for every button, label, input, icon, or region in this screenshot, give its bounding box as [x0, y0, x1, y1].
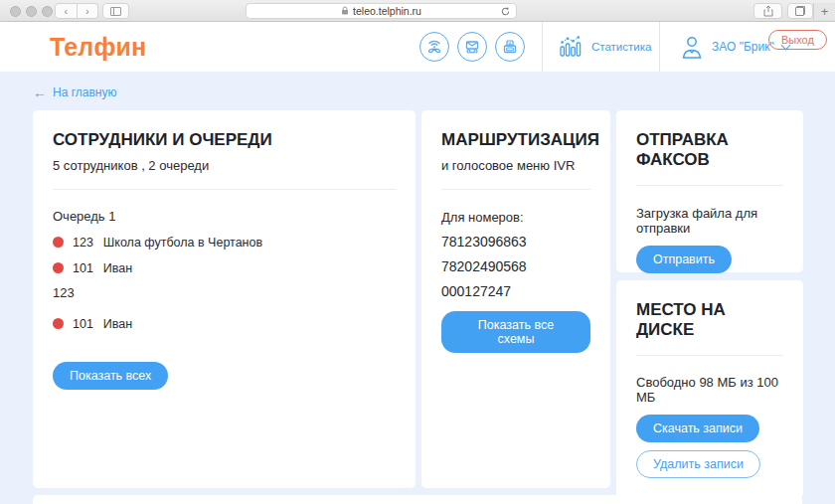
- reload-icon[interactable]: [500, 6, 511, 19]
- account-name: ЗАО "Брик": [712, 40, 774, 54]
- statistics-chart-icon: [558, 34, 584, 60]
- routing-title: МАРШРУТИЗАЦИЯ: [441, 130, 590, 150]
- fax-card: ОТПРАВКА ФАКСОВ Загрузка файла для отпра…: [616, 110, 803, 272]
- routing-card: МАРШРУТИЗАЦИЯ и голосовое меню IVR Для н…: [421, 110, 610, 488]
- disk-free-space: Свободно 98 МБ из 100 МБ: [636, 375, 783, 405]
- voicemail-icon: [463, 38, 481, 56]
- browser-chrome: ‹ › teleo.telphin.ru +: [0, 0, 835, 22]
- app-header: Телфин: [0, 22, 835, 72]
- window-minimize-button[interactable]: [26, 6, 37, 17]
- divider: [441, 189, 590, 190]
- phone-number: 000127247: [441, 283, 590, 299]
- routing-subtitle: и голосовое меню IVR: [441, 158, 590, 173]
- send-fax-button[interactable]: Отправить: [636, 246, 732, 273]
- user-icon: [680, 34, 704, 60]
- queue-label: 123: [53, 285, 396, 300]
- back-arrow-icon: ←: [33, 84, 47, 100]
- forward-icon: ›: [85, 5, 89, 17]
- statistics-label: Статистика: [591, 41, 651, 53]
- queue-member-row: 101 Иван: [53, 261, 396, 275]
- queue-member-row: 123 Школа футбола в Чертанов: [53, 236, 396, 250]
- back-label: На главную: [53, 85, 116, 99]
- status-dot-icon: [53, 318, 64, 329]
- dashboard: ← На главную СОТРУДНИКИ И ОЧЕРЕДИ 5 сотр…: [0, 72, 835, 504]
- address-bar[interactable]: teleo.telphin.ru: [246, 3, 517, 19]
- queue-member-row: 101 Иван: [53, 317, 396, 331]
- statistics-nav[interactable]: Статистика: [558, 34, 651, 60]
- new-tab-button[interactable]: +: [813, 3, 835, 20]
- tabs-icon: [795, 6, 805, 16]
- fax-description: Загрузка файла для отправки: [636, 206, 783, 236]
- employees-card: СОТРУДНИКИ И ОЧЕРЕДИ 5 сотрудников , 2 о…: [33, 110, 416, 488]
- phone-number: 78123096863: [441, 234, 590, 250]
- fax-icon: [501, 38, 519, 56]
- status-dot-icon: [53, 237, 64, 248]
- phone-number: 78202490568: [441, 258, 590, 274]
- fax-button[interactable]: [495, 32, 525, 62]
- numbers-label: Для номеров:: [441, 210, 590, 225]
- sidebar-icon: [110, 7, 121, 16]
- employees-subtitle: 5 сотрудников , 2 очереди: [53, 158, 396, 173]
- status-dot-icon: [53, 262, 64, 273]
- forward-button[interactable]: ›: [78, 3, 99, 19]
- calls-button[interactable]: [419, 32, 449, 62]
- logout-button[interactable]: Выход: [768, 30, 827, 50]
- member-extension: 101: [73, 317, 93, 331]
- download-records-button[interactable]: Скачать записи: [636, 415, 759, 442]
- nav-buttons: ‹ ›: [55, 3, 98, 19]
- url-text: teleo.telphin.ru: [353, 5, 421, 17]
- tab-overview-button[interactable]: [787, 3, 813, 19]
- divider: [636, 185, 783, 186]
- member-name: Школа футбола в Чертанов: [103, 236, 262, 250]
- member-name: Иван: [103, 261, 132, 275]
- window-close-button[interactable]: [10, 6, 21, 17]
- sidebar-button[interactable]: [102, 3, 129, 19]
- share-button[interactable]: [753, 3, 782, 19]
- back-to-main-link[interactable]: ← На главную: [33, 84, 116, 100]
- back-icon: ‹: [64, 5, 68, 17]
- member-extension: 123: [73, 236, 93, 250]
- divider: [636, 355, 783, 356]
- header-divider: [542, 22, 543, 72]
- employees-title: СОТРУДНИКИ И ОЧЕРЕДИ: [53, 130, 396, 150]
- voicemail-button[interactable]: [457, 32, 487, 62]
- member-extension: 101: [73, 261, 93, 275]
- disk-title: МЕСТО НА ДИСКЕ: [636, 300, 783, 339]
- right-column: ОТПРАВКА ФАКСОВ Загрузка файла для отпра…: [616, 110, 803, 488]
- telphin-logo[interactable]: Телфин: [50, 33, 146, 62]
- member-name: Иван: [103, 317, 132, 331]
- header-divider-2: [659, 22, 660, 72]
- show-all-employees-button[interactable]: Показать всех: [53, 362, 168, 390]
- share-icon: [763, 5, 773, 17]
- cards-row: СОТРУДНИКИ И ОЧЕРЕДИ 5 сотрудников , 2 о…: [33, 110, 802, 488]
- fax-title: ОТПРАВКА ФАКСОВ: [636, 130, 783, 169]
- disk-card: МЕСТО НА ДИСКЕ Свободно 98 МБ из 100 МБ …: [616, 280, 803, 498]
- service-icons: [419, 32, 525, 62]
- phone-calls-icon: [425, 38, 443, 56]
- lock-icon: [341, 5, 349, 17]
- queue-label: Очередь 1: [53, 209, 396, 224]
- delete-records-button[interactable]: Удалить записи: [636, 450, 760, 478]
- divider: [53, 189, 396, 190]
- show-all-schemes-button[interactable]: Показать все схемы: [441, 311, 590, 353]
- back-button[interactable]: ‹: [55, 3, 78, 19]
- window-zoom-button[interactable]: [42, 6, 53, 17]
